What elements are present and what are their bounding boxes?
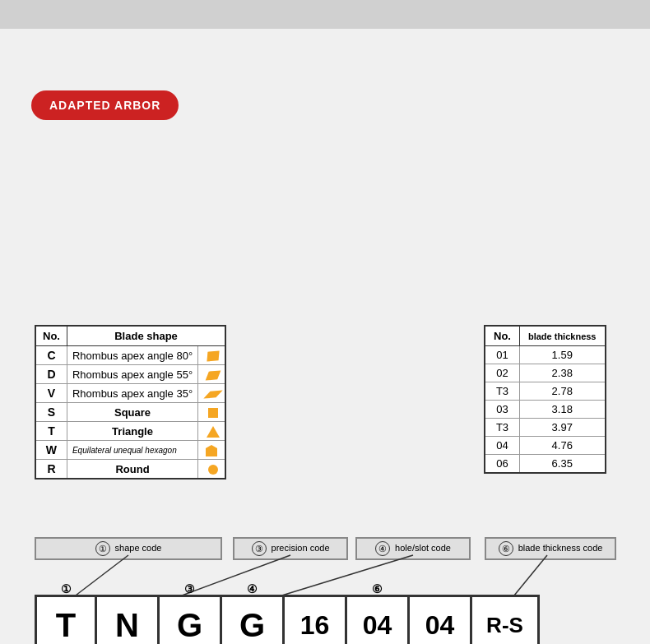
shape-desc-s: Square xyxy=(67,403,197,422)
table-row: 06 6.35 xyxy=(485,455,606,474)
circle-indicator-3: ③ xyxy=(184,582,195,595)
label-shape-code: ① shape code xyxy=(35,537,222,560)
shape-desc-d: Rhombus apex angle 55° xyxy=(67,365,197,384)
thick-no-t3a: T3 xyxy=(485,382,519,401)
thick-no-06: 06 xyxy=(485,455,519,474)
letter-boxes-container: ① T N ③ G ④ G 16 ⑥ 04 04 R-S xyxy=(35,595,540,644)
shape-code-w: W xyxy=(35,441,67,460)
letter-box-16: 16 xyxy=(285,595,347,644)
letter-T: T xyxy=(56,607,76,644)
letter-G1: G xyxy=(177,607,202,644)
table-row: T Triangle xyxy=(35,422,225,441)
thick-val-01: 1.59 xyxy=(519,346,605,364)
shape-code-s: S xyxy=(35,403,67,422)
label-blade-thickness-code-text: blade thickness code xyxy=(518,543,603,553)
letter-box-G1: ③ G xyxy=(160,595,222,644)
letter-box-N: N xyxy=(97,595,160,644)
table-row: 04 4.76 xyxy=(485,437,606,455)
circle-indicator-1: ① xyxy=(61,582,72,595)
adapted-arbor-button[interactable]: ADAPTED ARBOR xyxy=(31,90,179,120)
circle-num-1: ① xyxy=(95,541,110,556)
blade-table-header-no: No. xyxy=(35,326,67,346)
table-row: D Rhombus apex angle 55° xyxy=(35,365,225,384)
blade-shape-table: No. Blade shape C Rhombus apex angle 80°… xyxy=(35,325,226,480)
thick-no-02: 02 xyxy=(485,364,519,382)
svg-line-4 xyxy=(510,555,547,600)
table-row: T3 3.97 xyxy=(485,419,606,437)
shape-icon-w xyxy=(198,441,226,460)
blade-table-header-shape: Blade shape xyxy=(67,326,225,346)
shape-icon-t xyxy=(198,422,226,441)
table-row: T3 2.78 xyxy=(485,382,606,401)
shape-desc-c: Rhombus apex angle 80° xyxy=(67,346,197,365)
label-precision-code-text: precision code xyxy=(272,543,330,553)
table-row: R Round xyxy=(35,460,225,480)
thick-val-06: 6.35 xyxy=(519,455,605,474)
label-hole-slot-code-text: hole/slot code xyxy=(395,543,451,553)
table-row: V Rhombus apex angle 35° xyxy=(35,384,225,403)
blade-thickness-table: No. blade thickness 01 1.59 02 2.38 T3 2… xyxy=(484,325,606,474)
letter-16: 16 xyxy=(300,610,330,641)
shape-icon-d xyxy=(198,365,226,384)
shape-code-d: D xyxy=(35,365,67,384)
table-row: C Rhombus apex angle 80° xyxy=(35,346,225,365)
shape-icon-r xyxy=(198,460,226,480)
label-precision-code: ③ precision code xyxy=(233,537,348,560)
thick-table-header-val: blade thickness xyxy=(519,326,605,346)
letter-G2: G xyxy=(239,607,265,644)
shape-code-v: V xyxy=(35,384,67,403)
shape-code-t: T xyxy=(35,422,67,441)
letter-box-RS: R-S xyxy=(472,595,540,644)
circle-indicator-4: ④ xyxy=(247,582,258,595)
thick-no-03: 03 xyxy=(485,401,519,419)
circle-num-6: ⑥ xyxy=(499,541,513,556)
svg-marker-0 xyxy=(206,445,217,456)
shape-desc-w: Equilateral unequal hexagon xyxy=(67,441,197,460)
thick-val-t3a: 2.78 xyxy=(519,382,605,401)
letter-box-04a: ⑥ 04 xyxy=(347,595,410,644)
letter-04b: 04 xyxy=(425,610,455,641)
thick-val-t3b: 3.97 xyxy=(519,419,605,437)
thick-val-04: 4.76 xyxy=(519,437,605,455)
main-area: ADAPTED ARBOR No. Blade shape C Rhombus … xyxy=(0,29,650,644)
thick-no-01: 01 xyxy=(485,346,519,364)
shape-code-c: C xyxy=(35,346,67,365)
table-row: W Equilateral unequal hexagon xyxy=(35,441,225,460)
thick-no-04: 04 xyxy=(485,437,519,455)
letter-N: N xyxy=(115,607,139,644)
label-shape-code-text: shape code xyxy=(115,543,162,553)
table-row: 01 1.59 xyxy=(485,346,606,364)
svg-line-3 xyxy=(266,555,413,600)
shape-icon-v xyxy=(198,384,226,403)
table-row: S Square xyxy=(35,403,225,422)
circle-num-3: ③ xyxy=(252,541,267,556)
shape-desc-r: Round xyxy=(67,460,197,480)
circle-indicator-6: ⑥ xyxy=(372,582,383,595)
label-blade-thickness-code: ⑥ blade thickness code xyxy=(485,537,616,560)
shape-desc-t: Triangle xyxy=(67,422,197,441)
table-row: 02 2.38 xyxy=(485,364,606,382)
letter-RS: R-S xyxy=(486,613,523,638)
circle-num-4: ④ xyxy=(375,541,390,556)
shape-icon-s xyxy=(198,403,226,422)
shape-desc-v: Rhombus apex angle 35° xyxy=(67,384,197,403)
thick-val-02: 2.38 xyxy=(519,364,605,382)
table-row: 03 3.18 xyxy=(485,401,606,419)
thick-table-header-no: No. xyxy=(485,326,519,346)
shape-code-r: R xyxy=(35,460,67,480)
thick-val-03: 3.18 xyxy=(519,401,605,419)
svg-line-1 xyxy=(69,555,128,600)
top-bar xyxy=(0,0,650,29)
label-hole-slot-code: ④ hole/slot code xyxy=(355,537,471,560)
thick-no-t3b: T3 xyxy=(485,419,519,437)
letter-box-T: ① T xyxy=(35,595,97,644)
letter-box-04b: 04 xyxy=(410,595,472,644)
letter-box-G2: ④ G xyxy=(222,595,285,644)
letter-04a: 04 xyxy=(363,610,392,641)
shape-icon-c xyxy=(198,346,226,365)
